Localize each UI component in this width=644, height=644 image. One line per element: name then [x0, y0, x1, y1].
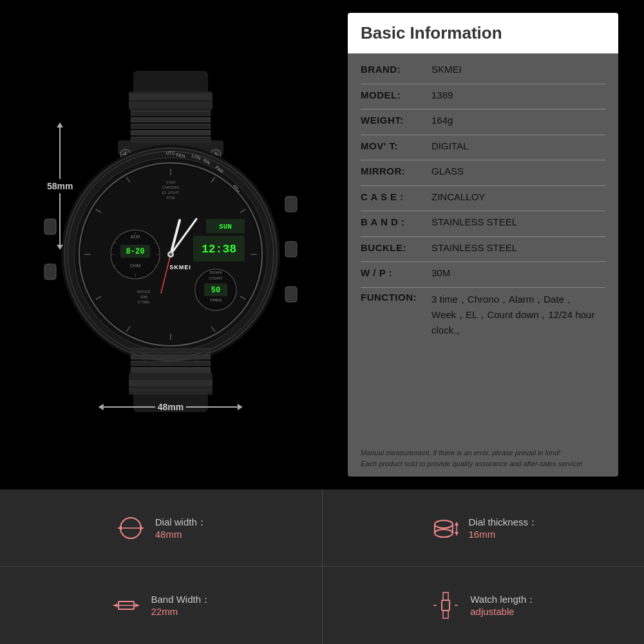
dial-width-label: Dial width：	[155, 516, 207, 529]
svg-rect-120	[131, 361, 211, 366]
case-label: C A S E :	[361, 190, 431, 205]
watch-length-label: Watch length：	[470, 594, 536, 606]
svg-rect-113	[131, 111, 211, 116]
svg-rect-35	[44, 264, 56, 279]
wp-value: 30M	[431, 266, 605, 281]
dimension-height: 58mm	[47, 122, 73, 250]
svg-text:ALM: ALM	[131, 234, 140, 239]
movt-row: MOV' T: DIGITAL	[361, 139, 605, 154]
svg-text:3 TIME: 3 TIME	[137, 300, 149, 304]
svg-point-126	[435, 520, 453, 528]
svg-text:30M: 30M	[140, 295, 147, 299]
svg-rect-7	[129, 388, 213, 395]
svg-point-129	[435, 529, 453, 537]
svg-text:CHM: CHM	[130, 263, 140, 268]
divider-2	[361, 109, 605, 109]
svg-text:12:38: 12:38	[202, 243, 236, 256]
dial-thickness-icon	[428, 513, 459, 544]
svg-text:SKMEI: SKMEI	[169, 264, 191, 270]
divider-5	[361, 185, 605, 186]
svg-rect-117	[131, 137, 211, 142]
dial-width-value: 48mm	[155, 529, 207, 540]
svg-point-112	[169, 253, 172, 256]
svg-rect-114	[131, 118, 211, 122]
mirror-label: MIRROR:	[361, 164, 431, 179]
top-section: UTC LON PAR ATH JED DXB DAC BKK HKG TYO …	[0, 0, 644, 489]
spec-band-width: Band Width： 22mm	[0, 567, 323, 644]
svg-rect-33	[285, 287, 297, 302]
svg-rect-3	[129, 102, 213, 108]
svg-text:50: 50	[211, 286, 220, 295]
bottom-section: Dial width： 48mm	[0, 489, 644, 644]
band-row: B A N D : STAINLESS STEEL	[361, 215, 605, 230]
movt-value: DIGITAL	[431, 139, 605, 154]
watch-display: UTC LON PAR ATH JED DXB DAC BKK HKG TYO …	[35, 58, 306, 431]
svg-rect-138	[443, 592, 448, 600]
dial-thickness-value: 16mm	[468, 529, 538, 540]
band-label: B A N D :	[361, 215, 431, 230]
dial-thickness-label: Dial thickness：	[468, 516, 538, 529]
svg-rect-32	[285, 242, 297, 257]
footer-line2: Each product sold to provide quality ass…	[361, 459, 605, 469]
dial-width-icon	[115, 513, 146, 544]
svg-rect-6	[129, 380, 213, 386]
model-value: 1389	[431, 88, 605, 103]
dial-thickness-text: Dial thickness： 16mm	[468, 516, 538, 540]
specs-row-2: Band Width： 22mm	[0, 567, 644, 644]
svg-marker-124	[118, 526, 122, 530]
info-header: Basic Information	[348, 13, 618, 53]
svg-rect-139	[443, 611, 448, 618]
spec-dial-thickness: Dial thickness： 16mm	[323, 489, 645, 566]
function-row: FUNCTION: 3 time，Chrono，Alarm，Date，Week，…	[361, 292, 605, 338]
svg-text:TIMER: TIMER	[210, 298, 222, 302]
svg-text:WATER: WATER	[137, 290, 151, 294]
footer-line1: Manual measurement, if there is an error…	[361, 448, 605, 459]
weight-value: 164g	[431, 113, 605, 128]
svg-marker-136	[135, 603, 139, 607]
wp-row: W / P : 30M	[361, 266, 605, 281]
divider-9	[361, 287, 605, 288]
buckle-row: BUCKLE: STAINLESS STEEL	[361, 241, 605, 256]
svg-text:COUNT: COUNT	[209, 276, 223, 280]
svg-marker-125	[140, 526, 144, 530]
spec-watch-length: Watch length： adjustable	[323, 567, 645, 644]
model-row: MODEL: 1389	[361, 88, 605, 103]
svg-text:EL LIGHT: EL LIGHT	[162, 191, 180, 194]
svg-text:UTC: UTC	[166, 151, 175, 155]
weight-label: WEIGHT:	[361, 113, 431, 128]
svg-rect-137	[442, 600, 450, 611]
band-width-value: 22mm	[151, 606, 211, 617]
dial-width-text: Dial width： 48mm	[155, 516, 207, 540]
divider-4	[361, 160, 605, 160]
info-panel: Basic Information BRAND: SKMEI MODEL: 13…	[348, 13, 618, 477]
brand-row: BRAND: SKMEI	[361, 62, 605, 77]
brand-label: BRAND:	[361, 62, 431, 77]
function-label: FUNCTION:	[361, 292, 431, 338]
band-width-icon	[111, 590, 142, 621]
band-width-label: Band Width：	[151, 594, 211, 606]
brand-value: SKMEI	[431, 62, 605, 77]
dimension-width: 48mm	[99, 402, 243, 412]
weight-row: WEIGHT: 164g	[361, 113, 605, 128]
svg-text:8-20: 8-20	[126, 247, 145, 256]
svg-marker-132	[455, 532, 459, 536]
height-label: 58mm	[47, 181, 73, 191]
svg-rect-2	[129, 93, 213, 100]
case-value: ZINCALLOY	[431, 190, 605, 205]
model-label: MODEL:	[361, 88, 431, 103]
divider-1	[361, 84, 605, 84]
buckle-value: STAINLESS STEEL	[431, 241, 605, 256]
info-body: BRAND: SKMEI MODEL: 1389 WEIGHT: 164g MO…	[348, 53, 618, 442]
watch-area: UTC LON PAR ATH JED DXB DAC BKK HKG TYO …	[0, 0, 341, 489]
watch-length-text: Watch length： adjustable	[470, 594, 536, 617]
width-label: 48mm	[158, 402, 184, 412]
svg-marker-135	[113, 603, 117, 607]
band-width-text: Band Width： 22mm	[151, 594, 211, 617]
svg-text:STW: STW	[166, 196, 175, 200]
mirror-row: MIRROR: GLASS	[361, 164, 605, 179]
svg-text:DOWN: DOWN	[210, 270, 222, 274]
svg-rect-121	[131, 368, 211, 372]
svg-marker-131	[455, 522, 459, 526]
svg-rect-119	[131, 355, 211, 359]
main-container: UTC LON PAR ATH JED DXB DAC BKK HKG TYO …	[0, 0, 644, 644]
